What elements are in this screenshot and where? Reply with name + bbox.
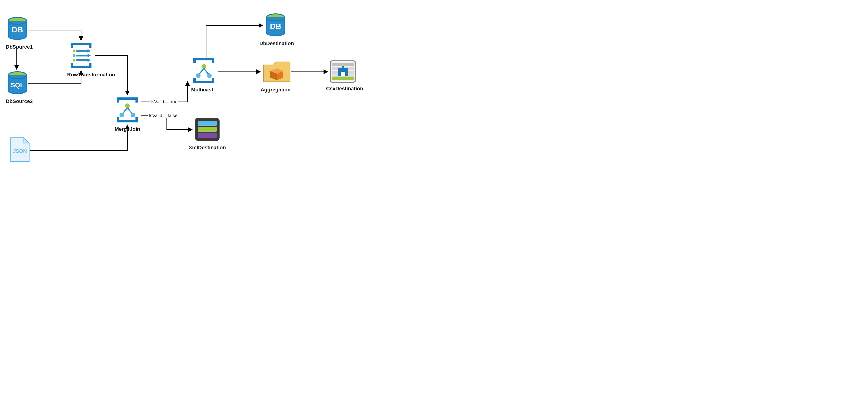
node-dbdestination: DB DbDestination bbox=[264, 13, 287, 46]
rowtransform-icon bbox=[67, 42, 95, 69]
label-multicast: Multicast bbox=[187, 87, 218, 93]
edge-label-isvalid-true: IsValid==true bbox=[150, 99, 178, 104]
svg-point-37 bbox=[202, 64, 206, 69]
node-rowtransformation: RowTransformation bbox=[67, 42, 95, 78]
svg-rect-20 bbox=[117, 97, 138, 100]
svg-rect-48 bbox=[332, 63, 354, 66]
svg-point-30 bbox=[131, 113, 135, 117]
node-jsonsource: JSON JsonSource bbox=[8, 137, 31, 167]
svg-rect-55 bbox=[342, 66, 344, 68]
label-csvdestination: CsvDestination bbox=[326, 86, 356, 92]
svg-rect-7 bbox=[71, 66, 91, 68]
svg-point-40 bbox=[196, 73, 200, 78]
node-dbsource1: DB DbSource1 bbox=[6, 16, 29, 50]
svg-rect-33 bbox=[212, 58, 214, 63]
svg-rect-23 bbox=[117, 120, 138, 123]
svg-point-16 bbox=[73, 59, 75, 62]
svg-text:SQL: SQL bbox=[11, 81, 24, 89]
node-aggregation: Aggregation bbox=[262, 59, 292, 93]
node-mergejoin: MergeJoin bbox=[114, 96, 141, 132]
label-mergejoin: MergeJoin bbox=[114, 126, 141, 132]
folder-cube-icon bbox=[262, 59, 291, 85]
svg-rect-8 bbox=[71, 63, 73, 68]
svg-marker-15 bbox=[88, 54, 91, 57]
svg-rect-25 bbox=[135, 117, 138, 123]
xml-stack-icon bbox=[194, 117, 221, 142]
label-dbsource1: DbSource1 bbox=[6, 44, 29, 50]
svg-point-13 bbox=[73, 54, 75, 57]
svg-marker-18 bbox=[88, 58, 91, 62]
label-jsonsource: JsonSource bbox=[1, 165, 31, 167]
svg-rect-22 bbox=[135, 97, 138, 102]
json-file-icon: JSON bbox=[9, 137, 31, 163]
node-multicast: Multicast bbox=[190, 57, 218, 93]
db-icon: DB bbox=[7, 16, 28, 42]
svg-point-10 bbox=[73, 49, 75, 52]
label-xmldestination: XmlDestination bbox=[189, 145, 221, 151]
svg-rect-36 bbox=[212, 78, 214, 83]
svg-rect-54 bbox=[341, 72, 345, 76]
node-dbsource2: SQL DbSource2 bbox=[6, 71, 29, 104]
multicast-icon bbox=[190, 57, 218, 85]
svg-rect-21 bbox=[117, 97, 119, 102]
svg-rect-6 bbox=[89, 43, 91, 48]
svg-point-41 bbox=[207, 73, 212, 78]
label-dbdestination: DbDestination bbox=[259, 40, 287, 46]
svg-text:DB: DB bbox=[11, 25, 23, 34]
svg-rect-57 bbox=[198, 121, 217, 126]
svg-rect-52 bbox=[332, 77, 354, 80]
csv-grid-icon bbox=[330, 60, 356, 83]
svg-text:DB: DB bbox=[270, 22, 281, 31]
node-csvdestination: CsvDestination bbox=[329, 60, 356, 92]
db-icon: DB bbox=[265, 13, 286, 38]
label-dbsource2: DbSource2 bbox=[6, 98, 29, 104]
sql-db-icon: SQL bbox=[7, 71, 28, 96]
svg-rect-5 bbox=[71, 43, 73, 48]
diagram-canvas: IsValid==true IsValid==false DB DbSource… bbox=[0, 0, 361, 167]
svg-point-29 bbox=[120, 113, 124, 117]
label-rowtransformation: RowTransformation bbox=[67, 72, 95, 78]
svg-rect-35 bbox=[193, 78, 196, 83]
mergejoin-icon bbox=[114, 96, 141, 124]
svg-rect-58 bbox=[198, 127, 217, 132]
svg-marker-12 bbox=[88, 49, 91, 53]
svg-rect-24 bbox=[117, 117, 119, 123]
svg-text:JSON: JSON bbox=[13, 148, 27, 154]
svg-rect-34 bbox=[193, 81, 214, 83]
svg-rect-59 bbox=[198, 133, 217, 138]
svg-point-26 bbox=[125, 103, 130, 108]
svg-rect-9 bbox=[89, 63, 91, 68]
edge-label-isvalid-false: IsValid==false bbox=[148, 113, 178, 118]
svg-rect-31 bbox=[193, 58, 214, 60]
svg-rect-32 bbox=[193, 58, 196, 63]
label-aggregation: Aggregation bbox=[259, 87, 292, 93]
node-xmldestination: XmlDestination bbox=[193, 117, 221, 151]
edges-layer bbox=[0, 0, 361, 167]
svg-rect-4 bbox=[71, 43, 91, 45]
